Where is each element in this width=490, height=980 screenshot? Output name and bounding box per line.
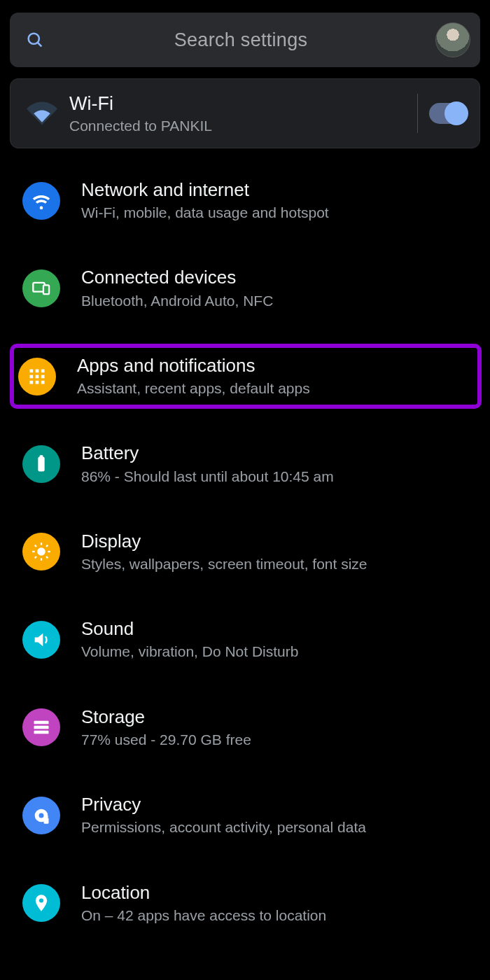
search-bar[interactable]: Search settings bbox=[10, 13, 480, 67]
search-icon bbox=[24, 29, 46, 51]
item-subtitle: Wi-Fi, mobile, data usage and hotspot bbox=[81, 204, 472, 222]
storage-icon bbox=[22, 708, 60, 746]
settings-item-apps[interactable]: Apps and notificationsAssistant, recent … bbox=[10, 344, 482, 409]
wifi-icon bbox=[22, 182, 60, 220]
wifi-title: Wi-Fi bbox=[69, 93, 413, 115]
item-title: Privacy bbox=[81, 794, 472, 816]
wifi-quick-panel[interactable]: Wi-Fi Connected to PANKIL bbox=[10, 78, 480, 148]
item-subtitle: Styles, wallpapers, screen timeout, font… bbox=[81, 555, 472, 573]
item-subtitle: On – 42 apps have access to location bbox=[81, 906, 472, 925]
svg-line-1 bbox=[38, 43, 42, 47]
profile-avatar[interactable] bbox=[435, 22, 470, 57]
location-icon bbox=[22, 884, 60, 922]
wifi-toggle[interactable] bbox=[429, 103, 467, 124]
search-placeholder: Search settings bbox=[46, 29, 435, 51]
settings-list: Network and internetWi-Fi, mobile, data … bbox=[10, 168, 480, 936]
toggle-knob bbox=[444, 102, 468, 125]
brightness-icon bbox=[22, 533, 60, 570]
item-title: Sound bbox=[81, 618, 472, 640]
item-title: Location bbox=[81, 882, 472, 904]
settings-item-sound[interactable]: SoundVolume, vibration, Do Not Disturb bbox=[14, 607, 480, 672]
item-title: Storage bbox=[81, 706, 472, 728]
wifi-subtitle: Connected to PANKIL bbox=[69, 118, 413, 134]
settings-item-storage[interactable]: Storage77% used - 29.70 GB free bbox=[14, 695, 480, 760]
settings-item-devices[interactable]: Connected devicesBluetooth, Android Auto… bbox=[14, 255, 480, 321]
settings-item-location[interactable]: LocationOn – 42 apps have access to loca… bbox=[14, 871, 480, 936]
devices-icon bbox=[22, 270, 60, 307]
settings-item-brightness[interactable]: DisplayStyles, wallpapers, screen timeou… bbox=[14, 519, 480, 584]
sound-icon bbox=[22, 621, 60, 659]
settings-item-battery[interactable]: Battery86% - Should last until about 10:… bbox=[14, 431, 480, 496]
vertical-divider bbox=[417, 94, 418, 133]
item-subtitle: Bluetooth, Android Auto, NFC bbox=[81, 292, 472, 310]
item-subtitle: 77% used - 29.70 GB free bbox=[81, 731, 472, 749]
item-title: Battery bbox=[81, 442, 472, 464]
privacy-icon bbox=[22, 797, 60, 834]
wifi-icon bbox=[18, 98, 66, 129]
battery-icon bbox=[22, 445, 60, 483]
apps-icon bbox=[18, 358, 56, 396]
item-subtitle: Assistant, recent apps, default apps bbox=[77, 379, 469, 398]
item-subtitle: 86% - Should last until about 10:45 am bbox=[81, 468, 472, 486]
item-title: Connected devices bbox=[81, 267, 472, 288]
settings-item-privacy[interactable]: PrivacyPermissions, account activity, pe… bbox=[14, 783, 480, 848]
item-subtitle: Permissions, account activity, personal … bbox=[81, 818, 472, 836]
settings-item-wifi[interactable]: Network and internetWi-Fi, mobile, data … bbox=[14, 168, 480, 233]
svg-point-0 bbox=[29, 34, 39, 44]
item-title: Display bbox=[81, 531, 472, 552]
item-title: Network and internet bbox=[81, 179, 472, 201]
item-title: Apps and notifications bbox=[77, 355, 469, 377]
item-subtitle: Volume, vibration, Do Not Disturb bbox=[81, 643, 472, 661]
